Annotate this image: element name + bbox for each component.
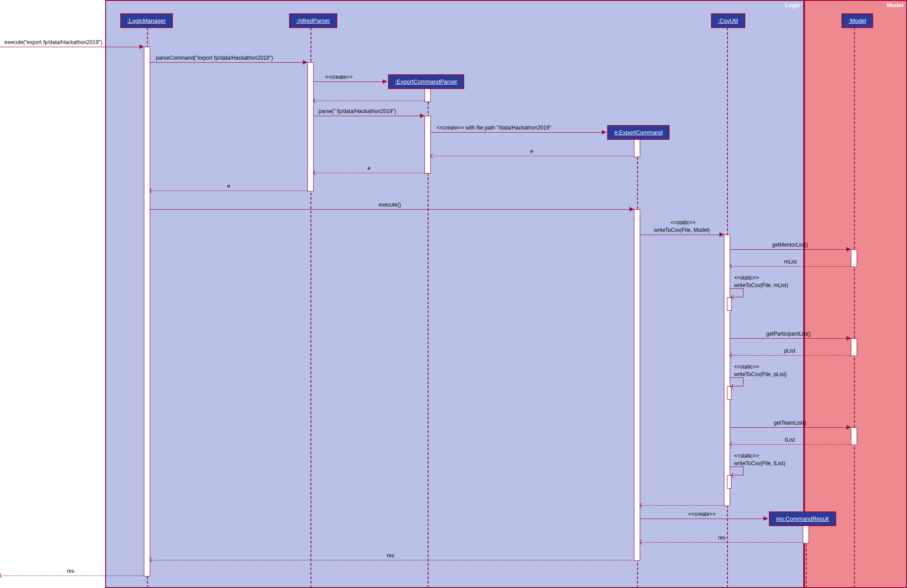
return-res-2 [150,560,634,560]
arrowhead [719,232,724,237]
obj-alfredparser: :AlfredParser [289,13,337,28]
label-m4: parse(" fp/data/Hackathon2019") [319,108,396,114]
return-res-1 [640,542,803,543]
act-csvutil-self2 [727,386,731,400]
return-e-1 [431,156,634,156]
obj-exportcommand: e:ExportCommand [607,125,670,140]
obj-model: :Model [842,13,873,28]
label-m13b: writeToCsv(File, mList) [734,282,788,288]
msg-writetocsv-model [640,235,724,235]
act-commandresult [803,526,809,543]
act-model-2 [851,338,857,356]
act-model-1 [851,249,857,267]
label-m19b: writeToCsv(File, tList) [734,460,785,466]
act-exportcommand-1 [634,139,640,157]
msg-create-commandresult [640,519,768,519]
label-m13a: <<static>> [734,275,759,281]
label-m23: res [67,568,74,574]
label-m19a: <<static>> [734,453,759,459]
msg-getteamlist [730,427,851,428]
arrowhead [629,207,634,211]
return-csvutil [640,505,724,506]
label-m20: <<create>> [688,511,715,517]
label-m6: e [530,148,533,154]
act-exportcommandparser-2 [425,116,431,174]
msg-getparticipantlist [730,338,851,339]
label-m5: <<create>> with file path "/data/Hackath… [437,125,551,131]
return-e-2 [314,173,425,173]
frame-model-title: Model [887,2,903,8]
obj-logicmanager: :LogicManager [120,13,173,28]
label-m10b: writeToCsv(File, Model) [654,227,710,233]
return-tlist [730,444,851,445]
label-m8: e [227,183,230,189]
msg-parse [314,116,425,116]
obj-exportcommandparser: :ExportCommandParser [388,74,464,89]
obj-csvutil: :CsvUtil [711,13,745,28]
msg-execute [150,209,634,210]
act-csvutil [724,235,730,506]
label-m17: getTeamList() [774,420,806,426]
act-csvutil-self1 [727,297,731,311]
arrowhead [764,516,768,521]
arrowhead [602,130,606,134]
msg-parsecommand [150,62,307,63]
msg-getmentorlist [730,249,851,250]
act-csvutil-self3 [727,475,731,489]
label-m16a: <<static>> [734,364,759,370]
arrowhead [420,114,425,118]
arrowhead-open [0,573,4,578]
msg-execute-in [0,47,144,47]
frame-model: Model [804,0,907,588]
return-res-out [0,576,144,576]
return-plist [730,355,851,356]
label-m14: getParticipantList() [766,331,811,337]
label-m12: mList [784,259,797,265]
label-m7: e [368,165,371,171]
label-m15: pList [784,348,795,354]
lifeline-model [854,28,855,588]
arrowhead [846,425,851,430]
return-e-3 [150,191,307,191]
label-m11: getMentorList() [772,242,808,248]
arrowhead [303,60,307,65]
return-create-parser [314,101,425,101]
arrowhead [846,336,851,341]
act-logicmanager [144,47,150,576]
act-exportcommandparser-1 [425,89,431,102]
label-m10a: <<static>> [670,219,695,226]
obj-commandresult: res:CommandResult [769,511,836,526]
label-m18: tList [785,437,795,443]
msg-create-parser [314,81,387,82]
label-m16b: writeToCsv(File, pList) [734,371,787,377]
label-m2: parseCommand("export fp/data/Hackathon20… [156,55,273,61]
label-m3: <<create>> [325,74,352,80]
arrowhead [846,247,851,251]
return-mlist [730,266,851,267]
label-m1: execute("export fp/data/Hackathon2019") [4,39,102,45]
arrowhead [383,79,387,84]
frame-logic-title: Logic [785,2,801,8]
sequence-diagram: Logic Model :LogicManager :AlfredParser … [0,0,907,588]
label-m9: execute() [379,202,401,208]
label-m21: res [718,535,726,541]
label-m22: res [387,552,394,559]
arrowhead [139,45,144,49]
act-exportcommand-2 [634,209,640,561]
msg-create-exportcommand [431,132,606,133]
act-model-3 [851,427,857,445]
